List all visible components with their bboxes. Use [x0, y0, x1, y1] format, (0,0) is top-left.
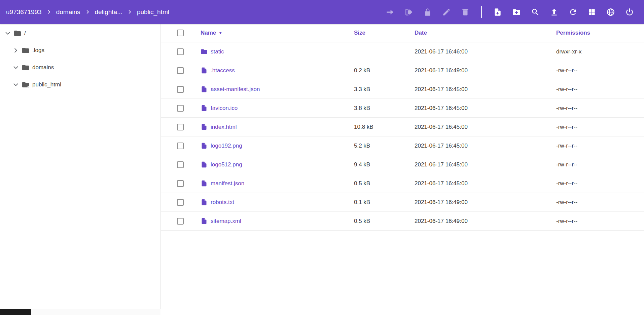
file-name-link[interactable]: .htaccess [211, 67, 235, 74]
table-row[interactable]: .htaccess 0.2 kB 2021-06-17 16:49:00 -rw… [161, 61, 644, 80]
upload-button[interactable] [550, 8, 559, 16]
language-globe-icon [606, 8, 615, 16]
copy-icon [404, 8, 413, 16]
file-size: 0.1 kB [354, 199, 415, 206]
breadcrumb-separator-icon [85, 9, 90, 14]
tree-item-logs[interactable]: .logs [0, 42, 160, 59]
new-file-button[interactable] [493, 8, 502, 16]
folder-icon [22, 64, 30, 72]
file-name-link[interactable]: logo512.png [211, 161, 242, 168]
file-permissions: -rw-r--r-- [556, 124, 644, 130]
logout-button[interactable] [625, 8, 634, 16]
row-checkbox[interactable] [177, 143, 184, 149]
new-file-icon [493, 8, 502, 16]
breadcrumb-segment-public-html[interactable]: public_html [137, 8, 169, 16]
file-permissions: -rw-r--r-- [556, 199, 644, 206]
permissions-button[interactable] [423, 8, 432, 16]
permissions-lock-icon [423, 8, 432, 16]
toolbar-actions [386, 6, 634, 18]
file-date: 2021-06-17 16:45:00 [415, 143, 556, 149]
tree-item-label: / [24, 30, 26, 37]
row-checkbox[interactable] [177, 67, 184, 74]
row-checkbox[interactable] [177, 161, 184, 168]
chevron-down-icon[interactable] [4, 30, 11, 37]
file-name-link[interactable]: favicon.ico [211, 105, 238, 112]
table-row[interactable]: favicon.ico 3.8 kB 2021-06-17 16:45:00 -… [161, 99, 644, 118]
table-row[interactable]: manifest.json 0.5 kB 2021-06-17 16:45:00… [161, 174, 644, 193]
directory-tree-sidebar: / .logs domains public_html [0, 24, 160, 315]
tree-item-root[interactable]: / [0, 25, 160, 42]
column-header-permissions[interactable]: Permissions [556, 30, 644, 36]
row-checkbox[interactable] [177, 105, 184, 112]
search-button[interactable] [531, 8, 540, 16]
move-icon [386, 8, 394, 16]
file-size: 3.3 kB [354, 86, 415, 93]
column-header-name[interactable]: Name ▼ [201, 30, 354, 36]
file-name-link[interactable]: robots.txt [211, 199, 234, 206]
row-checkbox[interactable] [177, 124, 184, 130]
file-permissions: -rw-r--r-- [556, 218, 644, 225]
language-button[interactable] [606, 8, 615, 16]
tree-item-public-html[interactable]: public_html [0, 76, 160, 93]
breadcrumb-segment-domains[interactable]: domains [56, 8, 80, 16]
sidebar-horizontal-scrollbar[interactable] [0, 309, 160, 315]
file-name-link[interactable]: manifest.json [211, 180, 244, 187]
file-name-link[interactable]: logo192.png [211, 143, 242, 149]
logout-power-icon [625, 8, 634, 16]
file-date: 2021-06-17 16:49:00 [415, 199, 556, 206]
table-row[interactable]: robots.txt 0.1 kB 2021-06-17 16:49:00 -r… [161, 193, 644, 212]
breadcrumb-segment-root[interactable]: u973671993 [6, 8, 42, 16]
sort-descending-icon: ▼ [218, 31, 222, 35]
file-permissions: -rw-r--r-- [556, 105, 644, 112]
table-row[interactable]: sitemap.xml 0.5 kB 2021-06-17 16:49:00 -… [161, 212, 644, 231]
folder-icon [201, 48, 208, 55]
view-grid-button[interactable] [587, 8, 596, 16]
folder-icon [22, 46, 30, 54]
table-row[interactable]: logo192.png 5.2 kB 2021-06-17 16:45:00 -… [161, 136, 644, 155]
copy-button[interactable] [404, 8, 413, 16]
grid-view-icon [587, 8, 596, 16]
chevron-down-icon[interactable] [12, 64, 20, 71]
delete-trash-icon [461, 8, 470, 16]
file-name-link[interactable]: static [211, 48, 224, 55]
select-all-checkbox[interactable] [177, 30, 184, 36]
file-name-link[interactable]: asset-manifest.json [211, 86, 260, 93]
file-permissions: -rw-r--r-- [556, 143, 644, 149]
new-folder-button[interactable] [512, 8, 521, 16]
row-checkbox[interactable] [177, 180, 184, 187]
row-checkbox[interactable] [177, 86, 184, 93]
delete-button[interactable] [461, 8, 470, 16]
column-header-size[interactable]: Size [354, 30, 415, 36]
table-row[interactable]: logo512.png 9.4 kB 2021-06-17 16:45:00 -… [161, 155, 644, 174]
file-size: 0.5 kB [354, 180, 415, 187]
move-button[interactable] [386, 8, 394, 16]
link-icon [26, 84, 31, 89]
breadcrumb-segment-domain[interactable]: delighta... [95, 8, 122, 16]
column-header-date[interactable]: Date [415, 30, 556, 36]
tree-item-domains[interactable]: domains [0, 59, 160, 76]
rename-button[interactable] [442, 8, 451, 16]
upload-icon [550, 8, 559, 16]
new-folder-icon [512, 8, 521, 16]
row-checkbox[interactable] [177, 218, 184, 225]
chevron-right-icon[interactable] [12, 47, 20, 54]
folder-icon [13, 29, 22, 37]
file-size: 3.8 kB [354, 105, 415, 112]
refresh-button[interactable] [569, 8, 577, 16]
tree-item-label: domains [32, 64, 54, 71]
file-size: 0.2 kB [354, 67, 415, 74]
table-row[interactable]: index.html 10.8 kB 2021-06-17 16:45:00 -… [161, 118, 644, 136]
file-icon [201, 105, 208, 112]
scrollbar-thumb[interactable] [0, 309, 31, 315]
file-name-link[interactable]: sitemap.xml [211, 218, 241, 225]
file-name-link[interactable]: index.html [211, 124, 237, 130]
column-header-label: Name [201, 30, 216, 36]
tree-item-label: .logs [32, 47, 44, 54]
toolbar-divider [481, 6, 482, 18]
table-row[interactable]: static 2021-06-17 16:46:00 drwxr-xr-x [161, 42, 644, 61]
row-checkbox[interactable] [177, 199, 184, 206]
file-icon [201, 180, 208, 187]
chevron-down-icon[interactable] [12, 81, 20, 88]
table-row[interactable]: asset-manifest.json 3.3 kB 2021-06-17 16… [161, 80, 644, 99]
row-checkbox[interactable] [177, 48, 184, 55]
